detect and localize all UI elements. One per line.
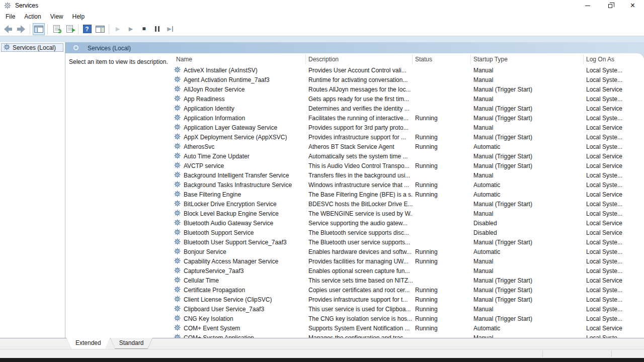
table-row[interactable]: Capability Access Manager Service Provid… bbox=[171, 256, 632, 266]
service-startup-type: Manual bbox=[471, 124, 584, 131]
sidebar-item-services-local[interactable]: Services (Local) bbox=[1, 43, 63, 52]
service-gear-icon bbox=[174, 277, 181, 283]
service-log-on-as: Local Syste... bbox=[584, 267, 632, 275]
table-row[interactable]: Application Information Facilitates the … bbox=[171, 113, 632, 123]
table-row[interactable]: Cellular Time This service sets time bas… bbox=[171, 276, 632, 285]
close-button[interactable]: × bbox=[621, 0, 644, 11]
table-row[interactable]: Base Filtering Engine The Base Filtering… bbox=[171, 190, 632, 199]
service-gear-icon bbox=[174, 248, 181, 254]
service-gear-icon bbox=[174, 296, 181, 302]
tab-extended[interactable]: Extended bbox=[66, 338, 110, 349]
service-gear-icon bbox=[174, 334, 181, 338]
stop-service-button[interactable]: ■ bbox=[138, 23, 150, 35]
restore-button[interactable] bbox=[599, 0, 621, 11]
refresh-button[interactable] bbox=[50, 23, 62, 35]
column-header-description[interactable]: Description bbox=[306, 54, 413, 64]
table-row[interactable]: Clipboard User Service_7aaf3 This user s… bbox=[171, 304, 632, 314]
pause-service-button[interactable] bbox=[151, 23, 163, 35]
table-row[interactable]: CaptureService_7aaf3 Enables optional sc… bbox=[171, 266, 632, 276]
export-list-button[interactable] bbox=[63, 23, 75, 35]
column-header-status[interactable]: Status bbox=[413, 54, 471, 64]
service-description: The CNG key isolation service is hos... bbox=[306, 315, 413, 322]
service-gear-icon bbox=[174, 238, 181, 245]
table-row[interactable]: AppX Deployment Service (AppXSVC) Provid… bbox=[171, 132, 632, 142]
window-bottom-edge bbox=[0, 358, 644, 362]
menu-file[interactable]: File bbox=[1, 12, 20, 22]
table-row[interactable]: Application Layer Gateway Service Provid… bbox=[171, 123, 632, 132]
show-console-tree-button[interactable] bbox=[33, 23, 45, 35]
start-service-button[interactable]: ▶ bbox=[112, 23, 124, 35]
table-row[interactable]: Background Intelligent Transfer Service … bbox=[171, 170, 632, 180]
table-row[interactable]: BitLocker Drive Encryption Service BDESV… bbox=[171, 199, 632, 209]
service-gear-icon bbox=[174, 200, 181, 207]
service-gear-icon-slot bbox=[174, 95, 181, 103]
resume-service-button[interactable]: ▶ bbox=[125, 23, 137, 35]
service-gear-icon-slot bbox=[174, 257, 181, 265]
table-row[interactable]: Background Tasks Infrastructure Service … bbox=[171, 180, 632, 190]
service-log-on-as: Local Syste... bbox=[584, 143, 632, 150]
table-row[interactable]: AVCTP service This is Audio Video Contro… bbox=[171, 161, 632, 170]
table-row[interactable]: COM+ System Application Manages the conf… bbox=[171, 333, 632, 338]
table-row[interactable]: Bluetooth Support Service The Bluetooth … bbox=[171, 228, 632, 237]
table-row[interactable]: CNG Key Isolation The CNG key isolation … bbox=[171, 314, 632, 323]
table-row[interactable]: AllJoyn Router Service Routes AllJoyn me… bbox=[171, 84, 632, 94]
table-row[interactable]: Bluetooth Audio Gateway Service Service … bbox=[171, 218, 632, 228]
table-row[interactable]: Certificate Propagation Copies user cert… bbox=[171, 285, 632, 295]
show-action-pane-button[interactable] bbox=[94, 23, 106, 35]
table-row[interactable]: Auto Time Zone Updater Automatically set… bbox=[171, 151, 632, 161]
column-header-log-on-as[interactable]: Log On As bbox=[584, 54, 632, 64]
service-status: Running bbox=[413, 258, 471, 265]
column-header-name[interactable]: Name bbox=[171, 54, 306, 64]
column-header-startup-type[interactable]: Startup Type bbox=[471, 54, 584, 64]
service-gear-icon-slot bbox=[174, 296, 181, 304]
table-row[interactable]: AtherosSvc Atheros BT Stack Service Agen… bbox=[171, 142, 632, 151]
service-gear-icon bbox=[174, 181, 181, 188]
tab-standard[interactable]: Standard bbox=[110, 338, 153, 349]
table-row[interactable]: Bluetooth User Support Service_7aaf3 The… bbox=[171, 237, 632, 247]
menu-help[interactable]: Help bbox=[68, 12, 90, 22]
forward-button[interactable] bbox=[15, 23, 27, 35]
table-row[interactable]: Block Level Backup Engine Service The WB… bbox=[171, 209, 632, 218]
help-icon: ? bbox=[83, 25, 92, 33]
table-row[interactable]: App Readiness Gets apps ready for use th… bbox=[171, 94, 632, 104]
service-name: AtherosSvc bbox=[184, 143, 214, 150]
service-gear-icon bbox=[174, 219, 181, 226]
help-button[interactable]: ? bbox=[81, 23, 93, 35]
tab-standard-label: Standard bbox=[119, 339, 144, 346]
service-gear-icon bbox=[174, 114, 181, 121]
service-description: Copies user certificates and root cer... bbox=[306, 287, 413, 294]
menu-bar: File Action View Help bbox=[0, 11, 644, 22]
service-description: Routes AllJoyn messages for the loc... bbox=[306, 86, 413, 93]
service-log-on-as: Local Syste... bbox=[584, 201, 632, 208]
service-startup-type: Manual bbox=[471, 306, 584, 313]
table-row[interactable]: Application Identity Determines and veri… bbox=[171, 104, 632, 113]
service-gear-icon bbox=[174, 315, 181, 321]
service-gear-icon-slot bbox=[174, 334, 181, 338]
service-status: Running bbox=[413, 315, 471, 322]
table-row[interactable]: Bonjour Service Enables hardware devices… bbox=[171, 247, 632, 256]
service-name: COM+ System Application bbox=[184, 334, 254, 338]
restart-service-button[interactable]: ▶ bbox=[164, 23, 176, 35]
service-gear-icon-slot bbox=[174, 76, 181, 84]
service-startup-type: Manual (Trigger Start) bbox=[471, 86, 584, 93]
service-gear-icon bbox=[174, 133, 181, 140]
window-title: Services bbox=[15, 2, 38, 9]
table-row[interactable]: Agent Activation Runtime_7aaf3 Runtime f… bbox=[171, 75, 632, 84]
back-button[interactable] bbox=[2, 23, 14, 35]
table-row[interactable]: COM+ Event System Supports System Event … bbox=[171, 323, 632, 333]
service-gear-icon-slot bbox=[174, 267, 181, 275]
service-status: Running bbox=[413, 287, 471, 294]
table-row[interactable]: Client License Service (ClipSVC) Provide… bbox=[171, 295, 632, 304]
service-name: Application Information bbox=[184, 115, 245, 122]
minimize-button[interactable] bbox=[576, 0, 599, 11]
table-row[interactable]: ActiveX Installer (AxInstSV) Provides Us… bbox=[171, 65, 632, 75]
service-gear-icon bbox=[174, 105, 181, 111]
menu-action[interactable]: Action bbox=[20, 12, 45, 22]
menu-view[interactable]: View bbox=[46, 12, 68, 22]
service-gear-icon bbox=[174, 95, 181, 102]
service-startup-type: Disabled bbox=[471, 229, 584, 236]
service-description: The Base Filtering Engine (BFE) is a s..… bbox=[306, 191, 413, 198]
service-startup-type: Manual bbox=[471, 76, 584, 83]
service-gear-icon-slot bbox=[174, 219, 181, 227]
service-gear-icon-slot bbox=[174, 210, 181, 218]
